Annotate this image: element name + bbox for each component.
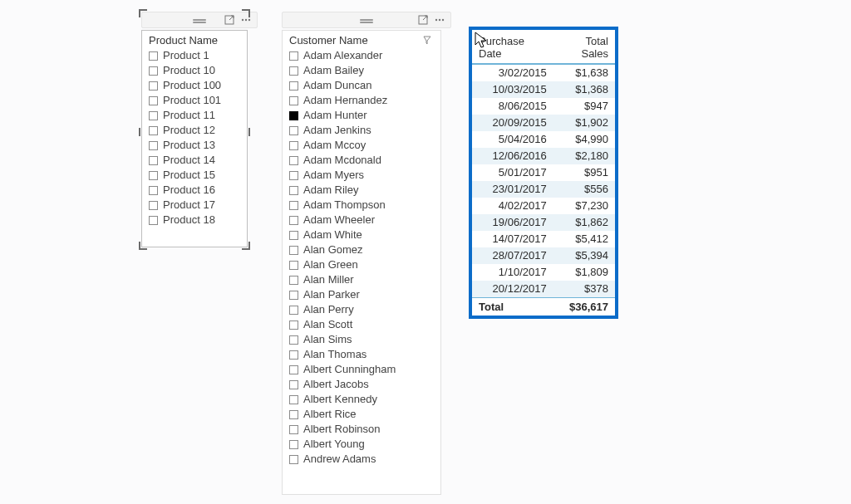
checkbox-icon[interactable] xyxy=(289,201,298,210)
customer-item[interactable]: Alan Scott xyxy=(286,317,437,332)
checkbox-icon[interactable] xyxy=(289,141,298,150)
table-row[interactable]: 3/02/2015$1,638 xyxy=(472,64,615,81)
focus-mode-icon[interactable] xyxy=(417,14,429,26)
table-row[interactable]: 5/01/2017$951 xyxy=(472,164,615,181)
table-row[interactable]: 23/01/2017$556 xyxy=(472,181,615,198)
checkbox-icon[interactable] xyxy=(289,51,298,61)
table-row[interactable]: 28/07/2017$5,394 xyxy=(472,247,615,264)
customer-item[interactable]: Alan Green xyxy=(286,257,437,272)
table-row[interactable]: 10/03/2015$1,368 xyxy=(472,81,615,98)
checkbox-icon[interactable] xyxy=(289,425,298,434)
customer-item[interactable]: Andrew Adams xyxy=(286,452,437,467)
checkbox-icon[interactable] xyxy=(149,81,158,91)
checkbox-icon[interactable] xyxy=(289,261,298,270)
table-row[interactable]: 20/09/2015$1,902 xyxy=(472,115,615,131)
customer-item[interactable]: Adam Hunter xyxy=(286,108,437,123)
customer-item[interactable]: Albert Rice xyxy=(286,407,437,422)
focus-mode-icon[interactable] xyxy=(224,14,235,26)
product-name-slicer[interactable]: Product Name Product 1Product 10Product … xyxy=(141,30,248,247)
product-item[interactable]: Product 18 xyxy=(145,213,243,228)
report-canvas[interactable]: Product Name Product 1Product 10Product … xyxy=(0,0,851,504)
customer-item[interactable]: Alan Perry xyxy=(286,302,437,317)
col-total-sales[interactable]: Total Sales xyxy=(550,30,615,64)
checkbox-icon[interactable] xyxy=(289,410,298,419)
product-item[interactable]: Product 1 xyxy=(145,48,243,63)
table-row[interactable]: 4/02/2017$7,230 xyxy=(472,198,615,214)
col-purchase-date[interactable]: Purchase Date xyxy=(472,30,550,64)
customer-item[interactable]: Adam Mccoy xyxy=(286,138,437,153)
checkbox-icon[interactable] xyxy=(289,171,298,180)
checkbox-icon[interactable] xyxy=(149,201,158,210)
checkbox-icon[interactable] xyxy=(289,81,298,91)
table-row[interactable]: 5/04/2016$4,990 xyxy=(472,131,615,148)
table-row[interactable]: 20/12/2017$378 xyxy=(472,281,615,298)
checkbox-icon[interactable] xyxy=(289,395,298,404)
checkbox-icon[interactable] xyxy=(289,111,298,120)
checkbox-icon[interactable] xyxy=(289,216,298,225)
selection-handle[interactable] xyxy=(248,128,250,136)
checkbox-icon[interactable] xyxy=(149,126,158,135)
checkbox-icon[interactable] xyxy=(149,171,158,180)
customer-item[interactable]: Alan Sims xyxy=(286,332,437,347)
checkbox-icon[interactable] xyxy=(289,66,298,76)
checkbox-icon[interactable] xyxy=(289,321,298,330)
checkbox-icon[interactable] xyxy=(149,156,158,165)
product-item[interactable]: Product 15 xyxy=(145,168,243,183)
table-row[interactable]: 8/06/2015$947 xyxy=(472,98,615,115)
checkbox-icon[interactable] xyxy=(289,455,298,464)
checkbox-icon[interactable] xyxy=(289,156,298,165)
customer-item[interactable]: Alan Gomez xyxy=(286,242,437,257)
customer-item[interactable]: Adam Myers xyxy=(286,168,437,183)
customer-item[interactable]: Adam Jenkins xyxy=(286,123,437,138)
table-row[interactable]: 1/10/2017$1,809 xyxy=(472,264,615,281)
drag-handle-icon[interactable] xyxy=(360,19,373,21)
checkbox-icon[interactable] xyxy=(149,186,158,195)
checkbox-icon[interactable] xyxy=(289,291,298,300)
table-row[interactable]: 12/06/2016$2,180 xyxy=(472,148,615,164)
customer-item[interactable]: Albert Robinson xyxy=(286,422,437,437)
customer-item[interactable]: Alan Thomas xyxy=(286,347,437,362)
customer-item[interactable]: Adam Bailey xyxy=(286,63,437,78)
slicer2-header[interactable] xyxy=(282,12,451,28)
checkbox-icon[interactable] xyxy=(289,231,298,240)
customer-item[interactable]: Alan Miller xyxy=(286,272,437,287)
customer-item[interactable]: Adam Thompson xyxy=(286,198,437,213)
product-item[interactable]: Product 101 xyxy=(145,93,243,108)
product-item[interactable]: Product 11 xyxy=(145,108,243,123)
checkbox-icon[interactable] xyxy=(289,365,298,374)
product-item[interactable]: Product 16 xyxy=(145,183,243,198)
customer-item[interactable]: Albert Cunningham xyxy=(286,362,437,377)
product-item[interactable]: Product 13 xyxy=(145,138,243,153)
checkbox-icon[interactable] xyxy=(149,216,158,225)
checkbox-icon[interactable] xyxy=(289,335,298,345)
checkbox-icon[interactable] xyxy=(289,126,298,135)
selection-handle[interactable] xyxy=(139,128,140,136)
checkbox-icon[interactable] xyxy=(289,186,298,195)
drag-handle-icon[interactable] xyxy=(193,19,206,21)
more-options-icon[interactable] xyxy=(434,14,445,26)
customer-item[interactable]: Albert Young xyxy=(286,437,437,452)
checkbox-icon[interactable] xyxy=(289,350,298,360)
customer-item[interactable]: Adam Mcdonald xyxy=(286,153,437,168)
customer-item[interactable]: Adam Hernandez xyxy=(286,93,437,108)
checkbox-icon[interactable] xyxy=(149,111,158,120)
customer-item[interactable]: Adam Duncan xyxy=(286,78,437,93)
product-item[interactable]: Product 100 xyxy=(145,78,243,93)
product-item[interactable]: Product 17 xyxy=(145,198,243,213)
customer-name-slicer[interactable]: Customer Name Adam AlexanderAdam BaileyA… xyxy=(282,30,441,495)
checkbox-icon[interactable] xyxy=(289,246,298,255)
slicer1-header[interactable] xyxy=(141,12,258,28)
customer-item[interactable]: Albert Kennedy xyxy=(286,392,437,407)
product-item[interactable]: Product 10 xyxy=(145,63,243,78)
checkbox-icon[interactable] xyxy=(149,141,158,150)
checkbox-icon[interactable] xyxy=(149,51,158,61)
checkbox-icon[interactable] xyxy=(289,306,298,315)
sales-table-visual[interactable]: Purchase Date Total Sales 3/02/2015$1,63… xyxy=(469,27,618,319)
clear-filter-icon[interactable] xyxy=(422,35,434,46)
customer-item[interactable]: Alan Parker xyxy=(286,287,437,302)
product-item[interactable]: Product 14 xyxy=(145,153,243,168)
customer-item[interactable]: Adam Riley xyxy=(286,183,437,198)
customer-item[interactable]: Adam Wheeler xyxy=(286,213,437,228)
checkbox-icon[interactable] xyxy=(289,96,298,105)
customer-item[interactable]: Adam Alexander xyxy=(286,48,437,63)
